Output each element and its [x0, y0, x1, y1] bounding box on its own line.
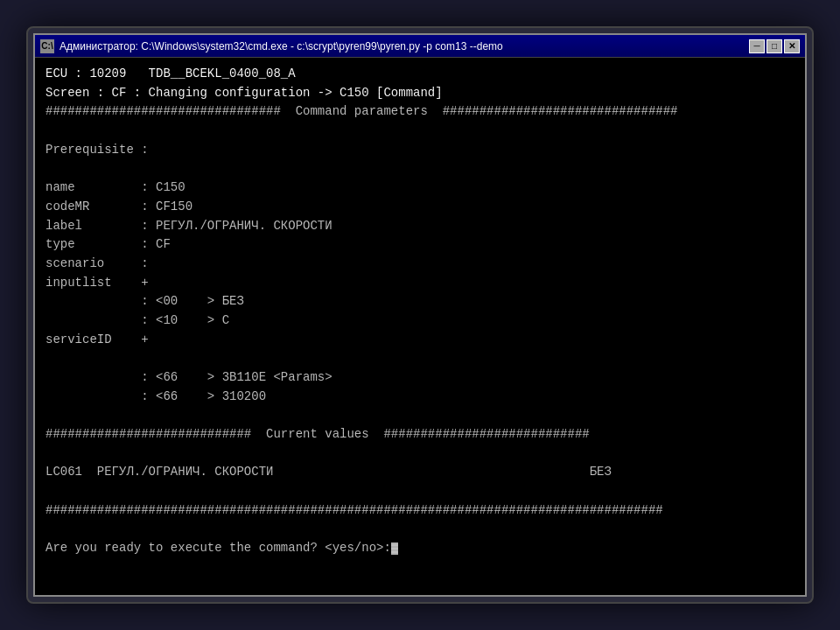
cmd-icon: C:\	[40, 39, 54, 53]
title-bar: C:\ Администратор: C:\Windows\system32\c…	[35, 35, 805, 58]
maximize-button[interactable]: □	[766, 39, 782, 53]
window-frame: C:\ Администратор: C:\Windows\system32\c…	[33, 33, 807, 597]
console-line: codeMR : CF150	[46, 200, 192, 214]
minimize-button[interactable]: ─	[749, 39, 765, 53]
close-button[interactable]: ✕	[784, 39, 800, 53]
console-line: type : CF	[46, 237, 171, 251]
console-line: : <10 > С	[46, 313, 229, 327]
console-area: ECU : 10209 TDB__BCEKL_0400_08_A Screen …	[35, 58, 805, 595]
console-line: label : РЕГУЛ./ОГРАНИЧ. СКОРОСТИ	[46, 219, 332, 233]
console-line: serviceID +	[46, 332, 149, 346]
cursor-blink	[391, 542, 398, 555]
monitor: C:\ Администратор: C:\Windows\system32\c…	[26, 26, 814, 604]
console-line: scenario :	[46, 256, 149, 270]
console-line: inputlist +	[46, 276, 149, 290]
title-bar-text: Администратор: C:\Windows\system32\cmd.e…	[60, 40, 744, 52]
console-line: ########################################…	[46, 503, 663, 517]
console-line: Are you ready to execute the command? <y…	[46, 541, 391, 555]
console-line: ECU : 10209 TDB__BCEKL_0400_08_A	[46, 66, 296, 80]
console-line: LC061 РЕГУЛ./ОГРАНИЧ. СКОРОСТИ БЕЗ	[46, 465, 612, 479]
console-line: Prerequisite :	[46, 143, 149, 157]
console-line: ############################ Current val…	[46, 427, 590, 441]
console-line: : <66 > 3B110E <Params>	[46, 370, 332, 384]
console-line: ################################ Command…	[46, 104, 678, 118]
title-bar-buttons: ─ □ ✕	[749, 39, 800, 53]
console-line: : <00 > БЕЗ	[46, 294, 244, 308]
console-line: : <66 > 310200	[46, 389, 266, 403]
console-line: Screen : CF : Changing configuration -> …	[46, 86, 443, 100]
console-output: ECU : 10209 TDB__BCEKL_0400_08_A Screen …	[46, 65, 794, 558]
console-line: name : C150	[46, 180, 186, 194]
